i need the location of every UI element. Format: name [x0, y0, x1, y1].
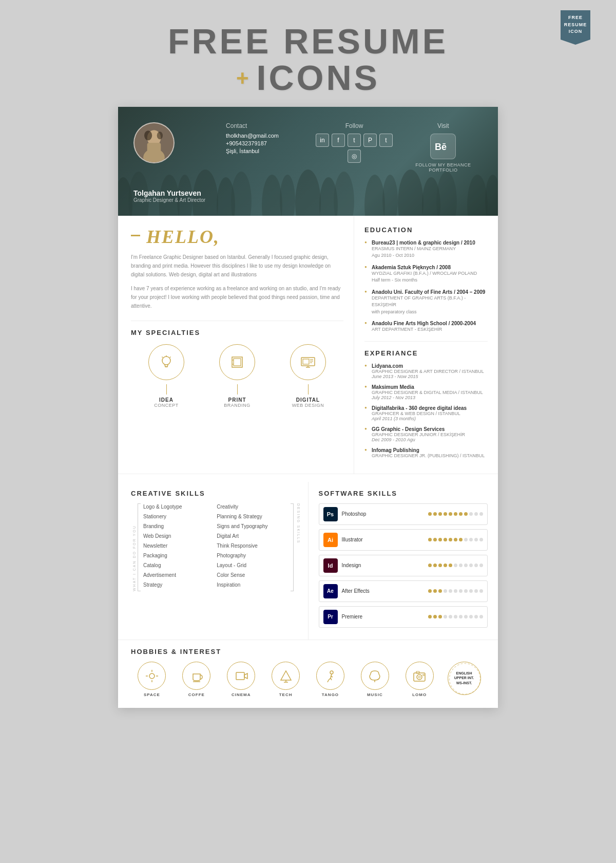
- specialties-icons: IDEA CONCEPT: [131, 344, 343, 408]
- email: tholkhan@gmail.com: [226, 133, 304, 139]
- tumblr-icon[interactable]: t: [379, 134, 393, 147]
- specialty-print: PRINT BRANDING: [202, 344, 273, 408]
- skills-col1: Logo & Logotype Stationery Branding Web …: [143, 503, 214, 591]
- premiere-dots: [428, 615, 483, 618]
- edu-item-1: Bureau23 | motion & graphic design / 201…: [364, 240, 488, 259]
- hobby-lomo: LOMO: [398, 662, 440, 697]
- instagram-icon[interactable]: ◎: [348, 149, 361, 163]
- resume-header: Tolgahan Yurtseven Graphic Designer & Ar…: [118, 107, 498, 216]
- education-section: EDUCATION Bureau23 | motion & graphic de…: [364, 226, 488, 333]
- avatar-area: Tolgahan Yurtseven Graphic Designer & Ar…: [133, 122, 205, 203]
- svg-line-36: [379, 674, 380, 676]
- twitter-icon[interactable]: t: [348, 134, 361, 147]
- software-illustrator: Ai Illustrator: [319, 529, 488, 551]
- svg-line-10: [170, 357, 171, 358]
- aftereffects-label: After Effects: [342, 588, 429, 594]
- language-item: ENGLISHUPPER INT.WS-INST.: [443, 662, 485, 698]
- svg-point-40: [418, 676, 420, 678]
- illustrator-label: Illustrator: [342, 537, 429, 542]
- hobby-tech: TECH: [265, 662, 307, 697]
- resume-body: HELLO, I'm Freelance Graphic Designer ba…: [118, 216, 498, 474]
- tech-icon: [272, 662, 300, 690]
- behance-icon[interactable]: Bē: [430, 134, 456, 159]
- music-icon: [361, 662, 389, 690]
- edu-item-2: Akademia Sztuk Pięknych / 2008 WYDZIAL G…: [364, 265, 488, 284]
- aftereffects-icon: Ae: [323, 584, 338, 598]
- lomo-icon: [406, 662, 434, 690]
- social-icons: in f t P t ◎: [315, 134, 393, 163]
- person-name: Tolgahan Yurtseven: [133, 189, 205, 197]
- svg-text:Bē: Bē: [435, 142, 447, 152]
- pinterest-icon[interactable]: P: [363, 134, 377, 147]
- svg-marker-30: [244, 673, 247, 679]
- location: Şişli, İstanbul: [226, 148, 304, 154]
- contact-label: Contact: [226, 122, 304, 129]
- specialties-section: MY SPECIALTIES: [131, 321, 343, 408]
- education-title: EDUCATION: [364, 226, 488, 234]
- resume-card: Tolgahan Yurtseven Graphic Designer & Ar…: [118, 107, 498, 708]
- hello-bio1: I'm Freelance Graphic Designer based on …: [131, 253, 343, 279]
- svg-line-11: [162, 357, 163, 358]
- exp-item-3: Digitalfabrika - 360 degree digital idea…: [364, 405, 488, 421]
- svg-line-35: [370, 674, 371, 676]
- software-skills-title: SOFTWARE SKILLS: [319, 490, 488, 497]
- col-left: HELLO, I'm Freelance Graphic Designer ba…: [118, 216, 354, 474]
- specialty-digital: DIGITAL WEB DESIGN: [273, 344, 343, 408]
- coffee-icon: [182, 662, 210, 690]
- idea-icon: [148, 344, 184, 380]
- print-icon: [219, 344, 255, 380]
- svg-rect-17: [303, 359, 309, 364]
- svg-point-7: [162, 357, 170, 365]
- software-premiere: Pr Premiere: [319, 606, 488, 628]
- skills-col2: Creativity Planning & Strategy Signs and…: [217, 503, 287, 591]
- language-text: ENGLISHUPPER INT.WS-INST.: [454, 671, 474, 686]
- linkedin-icon[interactable]: in: [316, 134, 329, 147]
- svg-point-5: [157, 132, 163, 139]
- space-icon: [138, 662, 166, 690]
- hobby-space: SPACE: [131, 662, 173, 697]
- avatar: [133, 122, 175, 163]
- skills-row: CREATIVE SKILLS WHAT I CAN DO FOR YOU Lo…: [118, 474, 498, 640]
- exp-item-1: Lidyana.com GRAPHIC DESIGNER & ART DIREC…: [364, 363, 488, 379]
- creative-skills-col: CREATIVE SKILLS WHAT I CAN DO FOR YOU Lo…: [118, 482, 309, 640]
- free-badge: FREE RESUME ICON: [561, 10, 590, 40]
- software-indesign: Id Indesign: [319, 555, 488, 576]
- premiere-icon: Pr: [323, 610, 338, 624]
- software-skills-col: SOFTWARE SKILLS Ps Photoshop Ai Illustra…: [309, 482, 498, 640]
- svg-point-23: [149, 673, 155, 679]
- hobby-tango: TANGO: [310, 662, 352, 697]
- hobby-coffe: COFFE: [176, 662, 218, 697]
- experience-section: EXPERIANCE Lidyana.com GRAPHIC DESIGNER …: [364, 341, 488, 458]
- facebook-icon[interactable]: f: [332, 134, 345, 147]
- aftereffects-dots: [428, 589, 483, 593]
- col-right: EDUCATION Bureau23 | motion & graphic de…: [354, 216, 498, 474]
- creative-skills-title: CREATIVE SKILLS: [131, 490, 300, 497]
- hello-section: HELLO, I'm Freelance Graphic Designer ba…: [131, 226, 343, 310]
- person-info: Tolgahan Yurtseven Graphic Designer & Ar…: [133, 189, 205, 203]
- design-skills-label: DESING SKILLS: [295, 503, 300, 591]
- indesign-label: Indesign: [342, 562, 429, 568]
- phone: +905432379187: [226, 140, 304, 146]
- photoshop-label: Photoshop: [342, 511, 429, 517]
- illustrator-dots: [428, 538, 483, 541]
- edu-item-4: Anadolu Fine Arts High School / 2000-200…: [364, 321, 488, 333]
- specialties-title: MY SPECIALTIES: [131, 329, 343, 336]
- contact-section: Contact tholkhan@gmail.com +905432379187…: [216, 122, 304, 156]
- edu-item-3: Anadolu Uni. Faculty of Fine Arts / 2004…: [364, 289, 488, 316]
- exp-item-5: Infomag Publishing GRAPHIC DESIGNER JR. …: [364, 447, 488, 458]
- badge-text: FREE: [564, 14, 587, 22]
- svg-rect-3: [147, 143, 161, 153]
- svg-rect-41: [416, 671, 419, 673]
- indesign-dots: [428, 564, 483, 567]
- creative-skills-content: WHAT I CAN DO FOR YOU Logo & Logotype St…: [131, 503, 300, 591]
- hello-title: HELLO,: [131, 226, 343, 248]
- svg-rect-29: [236, 672, 244, 680]
- photoshop-icon: Ps: [323, 507, 338, 521]
- follow-label: Follow: [315, 122, 393, 129]
- svg-marker-31: [281, 671, 291, 680]
- software-photoshop: Ps Photoshop: [319, 503, 488, 525]
- badge-text3: ICON: [564, 28, 587, 35]
- premiere-label: Premiere: [342, 614, 429, 620]
- hobby-cinema: CINEMA: [220, 662, 262, 697]
- exp-item-2: Maksimum Media GRAPHIC DESIGNER & DIGITA…: [364, 384, 488, 400]
